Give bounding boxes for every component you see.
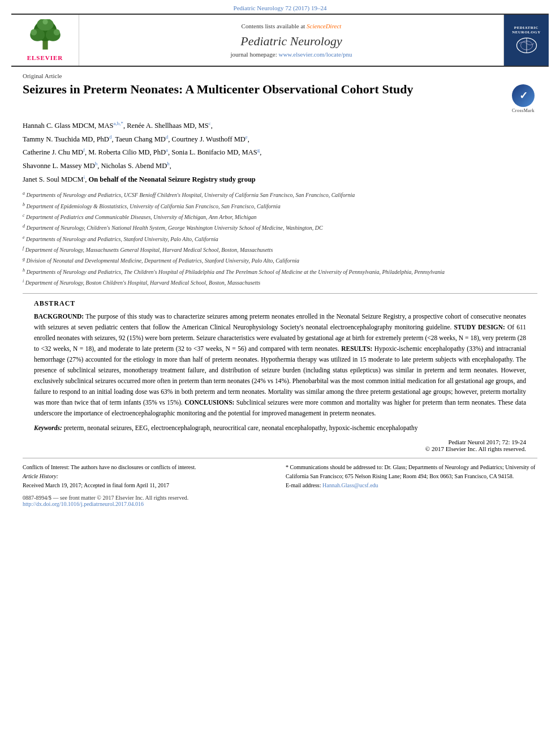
issn-rights: — see front matter © 2017 Elsevier Inc. … <box>53 495 189 501</box>
affiliation-d: d Department of Neurology, Children's Na… <box>23 223 537 233</box>
author-3: Tammy N. Tsuchida MD, PhDd, <box>23 135 115 143</box>
keywords-label: Keywords: <box>34 424 62 431</box>
affiliation-i: i Department of Neurology, Boston Childr… <box>23 278 537 287</box>
doi-line: http://dx.doi.org/10.1016/j.pediatrneuro… <box>23 501 537 507</box>
sciencedirect-line: Contents lists available at ScienceDirec… <box>242 23 342 29</box>
affiliation-h: h Departments of Neurology and Pediatric… <box>23 267 537 277</box>
journal-homepage: journal homepage: www.elsevier.com/locat… <box>231 51 352 58</box>
communications: * Communications should be addressed to:… <box>286 463 537 481</box>
journal-header: ELSEVIER Contents lists available at Sci… <box>11 14 549 67</box>
homepage-url: www.elsevier.com/locate/pnu <box>278 51 352 58</box>
affiliation-e: e Departments of Neurology and Pediatric… <box>23 234 537 244</box>
background-label: BACKGROUND: <box>34 313 84 320</box>
abstract-heading: ABSTRACT <box>34 299 526 308</box>
svg-point-6 <box>53 29 59 36</box>
homepage-prefix: journal homepage: <box>231 51 279 58</box>
results-text: Hypoxic-ischemic encephalopathy (33%) an… <box>34 345 526 406</box>
communications-label: * Communications should be addressed to: <box>286 464 383 470</box>
article-type: Original Article <box>23 72 537 79</box>
article-history: Article History: <box>23 472 274 481</box>
doi-link[interactable]: http://dx.doi.org/10.1016/j.pediatrneuro… <box>23 501 144 507</box>
abstract-body: BACKGROUND: The purpose of this study wa… <box>34 311 526 419</box>
pn-logo-text: PEDIATRIC NEUROLOGY <box>512 25 540 55</box>
elsevier-tree-icon <box>23 19 68 53</box>
issn-line: 0887-8994/$ — see front matter © 2017 El… <box>23 495 537 501</box>
article-history-label: Article History: <box>23 473 58 479</box>
footer-bottom: 0887-8994/$ — see front matter © 2017 El… <box>23 495 537 513</box>
footer-area: Conflicts of Interest: The authors have … <box>23 458 537 490</box>
affiliations-section: a Departments of Neurology and Pediatric… <box>23 190 537 287</box>
affiliation-a: a Departments of Neurology and Pediatric… <box>23 190 537 200</box>
journal-ref-text: Pediatric Neurology 72 (2017) 19–24 <box>234 5 327 11</box>
authors-section: Hannah C. Glass MDCM, MASa,b,*, Renée A.… <box>23 119 537 186</box>
journal-center-info: Contents lists available at ScienceDirec… <box>79 15 503 66</box>
background-text: The purpose of this study was to charact… <box>34 313 526 330</box>
author-9: Shavonne L. Massey MDh, <box>23 162 101 170</box>
issn-text: 0887-8994/$ <box>23 495 51 501</box>
conclusions-label: CONCLUSIONS: <box>184 399 234 406</box>
svg-point-5 <box>31 29 37 36</box>
pn-logo-area: PEDIATRIC NEUROLOGY <box>503 15 549 66</box>
crossmark-area[interactable]: ✓ CrossMark <box>509 84 537 113</box>
affiliation-f: f Department of Neurology, Massachusetts… <box>23 245 537 255</box>
svg-rect-0 <box>42 40 48 50</box>
author-7: M. Roberta Cilio MD, PhDa, <box>88 148 171 156</box>
sciencedirect-prefix: Contents lists available at <box>242 23 307 29</box>
email-address: Hannah.Glass@ucsf.edu <box>322 482 378 488</box>
author-4: Taeun Chang MDd, <box>115 135 171 143</box>
footer-left: Conflicts of Interest: The authors have … <box>23 463 274 490</box>
footer-right: * Communications should be addressed to:… <box>286 463 537 490</box>
crossmark-label: CrossMark <box>512 108 535 113</box>
title-row: Seizures in Preterm Neonates: A Multicen… <box>23 81 537 113</box>
citation-text: Pediatr Neurol 2017; 72: 19-24 <box>34 439 526 445</box>
elsevier-logo-area: ELSEVIER <box>11 15 79 66</box>
author-8: Sonia L. Bonifacio MD, MASg, <box>171 148 261 156</box>
elsevier-brand-label: ELSEVIER <box>27 54 63 61</box>
keywords-text: preterm, neonatal seizures, EEG, electro… <box>64 424 418 431</box>
page: Pediatric Neurology 72 (2017) 19–24 ELSE… <box>0 0 560 747</box>
author-10: Nicholas S. Abend MDh, <box>101 162 171 170</box>
crossmark-icon: ✓ <box>512 84 535 107</box>
author-11: Janet S. Soul MDCMi, On behalf of the Ne… <box>23 175 256 183</box>
author-6: Catherine J. Chu MDf, <box>23 148 88 156</box>
sciencedirect-name: ScienceDirect <box>307 23 341 29</box>
email-line: E-mail address: Hannah.Glass@ucsf.edu <box>286 481 537 490</box>
copyright-text: © 2017 Elsevier Inc. All rights reserved… <box>34 445 526 452</box>
author-1: Hannah C. Glass MDCM, MASa,b,*, <box>23 122 127 130</box>
journal-title: Pediatric Neurology <box>240 34 342 49</box>
affiliation-b: b Department of Epidemiology & Biostatis… <box>23 201 537 211</box>
article-title: Seizures in Preterm Neonates: A Multicen… <box>23 81 413 98</box>
affiliation-g: g Division of Neonatal and Developmental… <box>23 256 537 265</box>
journal-reference: Pediatric Neurology 72 (2017) 19–24 <box>0 0 560 14</box>
keywords-line: Keywords: preterm, neonatal seizures, EE… <box>34 423 526 433</box>
citation-block: Pediatr Neurol 2017; 72: 19-24 © 2017 El… <box>34 439 526 452</box>
affiliation-c: c Department of Pediatrics and Communica… <box>23 212 537 222</box>
svg-point-7 <box>42 19 48 24</box>
section-divider <box>23 293 537 294</box>
article-content: Original Article Seizures in Preterm Neo… <box>23 67 537 294</box>
conflicts-text: Conflicts of Interest: The authors have … <box>23 463 274 472</box>
author-5: Courtney J. Wusthoff MDe, <box>172 135 249 143</box>
author-2: Renée A. Shellhaas MD, MSc, <box>127 122 213 130</box>
received-text: Received March 19, 2017; Accepted in fin… <box>23 481 274 490</box>
study-design-label: STUDY DESIGN: <box>454 324 505 330</box>
abstract-section: ABSTRACT BACKGROUND: The purpose of this… <box>34 299 526 452</box>
pn-brain-icon <box>512 35 541 54</box>
email-label: E-mail address: <box>286 482 321 488</box>
results-label: RESULTS: <box>341 345 372 352</box>
